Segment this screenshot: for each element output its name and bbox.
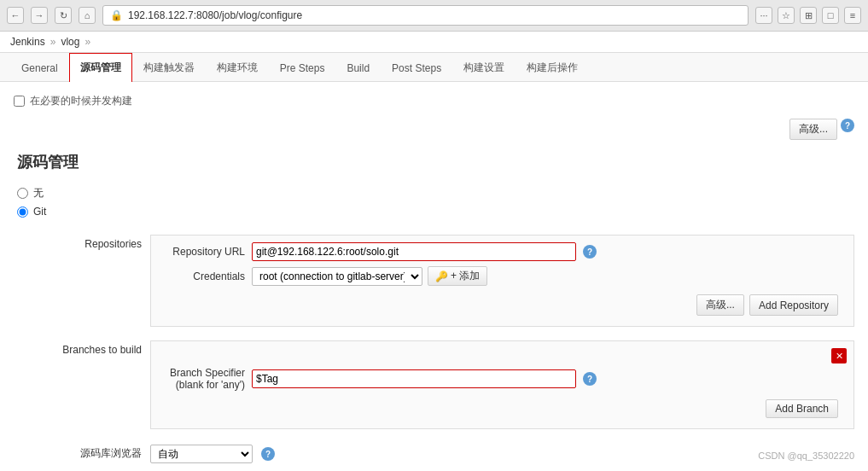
advanced-btn-row: 高级... ? <box>14 115 854 143</box>
concurrent-build-row: 在必要的时候并发构建 <box>14 90 854 115</box>
tab-settings[interactable]: 构建设置 <box>452 53 516 82</box>
forward-button[interactable]: → <box>31 7 48 24</box>
add-branch-button[interactable]: Add Branch <box>766 399 838 418</box>
browser-actions: ··· ☆ ⊞ □ ≡ <box>755 7 861 24</box>
radio-git-label: Git <box>33 206 46 218</box>
repo-url-input-group: ? <box>252 242 597 261</box>
branches-row: Branches to build ✕ Branch Specifier (bl… <box>14 337 854 433</box>
repo-url-input[interactable] <box>252 242 576 261</box>
lock-icon: 🔒 <box>110 9 123 21</box>
branch-specifier-label: Branch Specifier (blank for 'any') <box>158 367 252 391</box>
radio-git-row: Git <box>17 206 854 218</box>
scm-polling-content: 自动 ? <box>150 439 854 468</box>
help-icon-scm[interactable]: ? <box>261 447 275 461</box>
remove-branch-button[interactable]: ✕ <box>831 348 847 363</box>
credentials-row: Credentials root (connection to gitlab-s… <box>158 266 847 286</box>
breadcrumb-sep1: » <box>50 36 56 48</box>
main-content: 在必要的时候并发构建 高级... ? 源码管理 无 Git Repositori… <box>0 82 868 471</box>
branches-content: ✕ Branch Specifier (blank for 'any') ? A… <box>150 337 854 433</box>
scm-polling-select[interactable]: 自动 <box>150 445 253 463</box>
key-icon: 🔑 <box>435 270 448 282</box>
breadcrumb-sep2: » <box>84 36 90 48</box>
help-icon-repo-url[interactable]: ? <box>583 245 597 259</box>
tab-post-steps[interactable]: Post Steps <box>381 55 452 81</box>
section-title: 源码管理 <box>14 152 854 172</box>
page-tabs: General 源码管理 构建触发器 构建环境 Pre Steps Build … <box>0 53 868 82</box>
advanced-button[interactable]: 高级... <box>789 119 837 140</box>
refresh-button[interactable]: ↻ <box>55 7 72 24</box>
repo-action-btns: 高级... Add Repository <box>158 291 847 319</box>
repo-url-row: Repository URL ? <box>158 242 847 261</box>
radio-git[interactable] <box>17 206 28 218</box>
concurrent-build-label: 在必要的时候并发构建 <box>30 94 132 108</box>
repos-box: Repository URL ? Credentials root (conne… <box>150 235 854 327</box>
credentials-select[interactable]: root (connection to gitlab-server) <box>252 267 422 286</box>
help-icon-advanced[interactable]: ? <box>841 119 854 132</box>
advanced-repo-button[interactable]: 高级... <box>696 294 744 316</box>
credentials-label: Credentials <box>158 270 252 282</box>
branch-action-btns: Add Branch <box>158 396 847 422</box>
add-credentials-label: + 添加 <box>451 269 480 283</box>
radio-none-row: 无 <box>17 186 854 201</box>
branches-label: Branches to build <box>14 337 150 356</box>
browser-chrome: ← → ↻ ⌂ 🔒 192.168.122.7:8080/job/vlog/co… <box>0 0 868 32</box>
tab-build[interactable]: Build <box>335 55 381 81</box>
bookmark-button[interactable]: ☆ <box>778 7 795 24</box>
help-icon-branch[interactable]: ? <box>583 372 597 386</box>
credentials-wrapper: root (connection to gitlab-server) 🔑 + 添… <box>252 266 487 286</box>
branch-specifier-input[interactable] <box>252 369 576 388</box>
menu-button[interactable]: ≡ <box>844 7 861 24</box>
tab-env[interactable]: 构建环境 <box>206 53 269 82</box>
branch-specifier-input-group: ? <box>252 369 597 388</box>
tab-post-build[interactable]: 构建后操作 <box>516 53 589 82</box>
breadcrumb-jenkins[interactable]: Jenkins <box>10 36 45 48</box>
radio-none[interactable] <box>17 188 28 199</box>
tab-scm[interactable]: 源码管理 <box>69 53 132 82</box>
back-button[interactable]: ← <box>7 7 24 24</box>
repositories-row: Repositories Repository URL ? Credential… <box>14 231 854 330</box>
branch-specifier-row: Branch Specifier (blank for 'any') ? <box>158 367 847 391</box>
add-credentials-button[interactable]: 🔑 + 添加 <box>428 266 487 286</box>
radio-group: 无 Git <box>14 186 854 218</box>
tab-pre-steps[interactable]: Pre Steps <box>269 55 336 81</box>
url-bar[interactable]: 🔒 192.168.122.7:8080/job/vlog/configure <box>102 5 749 26</box>
tab-triggers[interactable]: 构建触发器 <box>132 53 206 82</box>
window-button[interactable]: □ <box>822 7 839 24</box>
add-repository-button[interactable]: Add Repository <box>749 294 838 316</box>
concurrent-build-checkbox[interactable] <box>14 96 25 107</box>
extensions-button[interactable]: ⊞ <box>800 7 817 24</box>
more-button[interactable]: ··· <box>755 7 772 24</box>
repo-url-label: Repository URL <box>158 246 252 258</box>
home-button[interactable]: ⌂ <box>79 7 96 24</box>
repositories-label: Repositories <box>14 231 150 250</box>
branches-close-row: ✕ <box>158 348 847 363</box>
branches-box: ✕ Branch Specifier (blank for 'any') ? A… <box>150 340 854 429</box>
url-text: 192.168.122.7:8080/job/vlog/configure <box>128 9 741 21</box>
breadcrumb-vlog[interactable]: vlog <box>61 36 79 48</box>
tab-general[interactable]: General <box>10 55 69 81</box>
breadcrumb: Jenkins » vlog » <box>0 32 868 53</box>
scm-polling-label: 源码库浏览器 <box>14 439 150 461</box>
repositories-content: Repository URL ? Credentials root (conne… <box>150 231 854 330</box>
watermark: CSDN @qq_35302220 <box>758 451 854 461</box>
scm-polling-row: 源码库浏览器 自动 ? <box>14 439 854 468</box>
radio-none-label: 无 <box>33 186 44 201</box>
